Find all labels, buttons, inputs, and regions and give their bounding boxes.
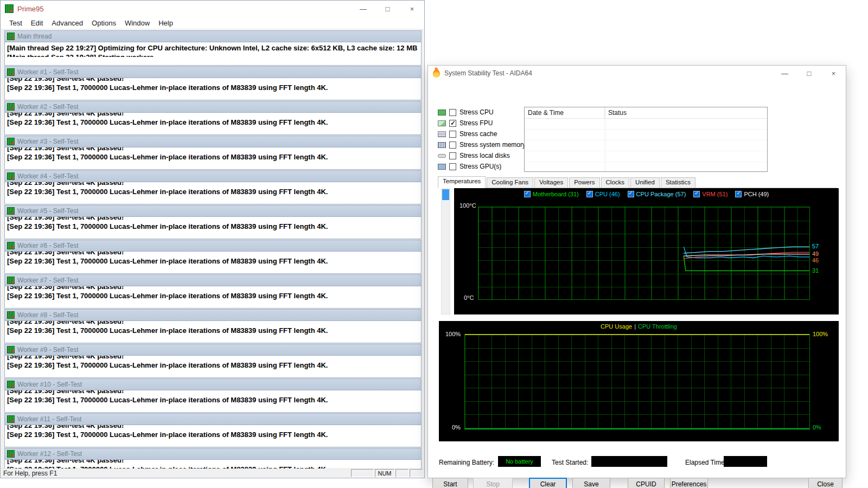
stress-fpu-checkbox[interactable] <box>449 120 456 127</box>
cpu-usage-plot <box>464 334 810 429</box>
column-status[interactable]: Status <box>605 107 767 118</box>
minimize-button[interactable]: — <box>773 66 797 81</box>
worker-log: [Sep 22 19:36] Self-test 4K passed! [Sep… <box>5 459 421 468</box>
remaining-battery-label: Remaining Battery: <box>439 459 494 466</box>
log-line-clipped: [Sep 22 19:36] Self-test 4K passed! <box>7 356 421 361</box>
worker-title: Worker #8 - Self-Test <box>17 311 78 319</box>
status-cell-empty <box>410 469 423 477</box>
worker-titlebar[interactable]: Worker #11 - Self-Test <box>5 414 421 425</box>
log-line-clipped: [Sep 22 19:36] Self-test 4K passed! <box>7 425 421 430</box>
worker-title: Worker #10 - Self-Test <box>17 381 82 388</box>
legend-cpu-package[interactable]: CPU Package (57) <box>628 191 686 197</box>
minimize-button[interactable]: — <box>351 1 375 17</box>
worker-log: [Sep 22 19:36] Self-test 4K passed! [Sep… <box>5 216 421 239</box>
tab-unified[interactable]: Unified <box>630 177 660 188</box>
worker-titlebar[interactable]: Worker #1 - Self-Test <box>5 67 421 78</box>
stress-gpu-row: Stress GPU(s) <box>438 162 501 171</box>
worker-titlebar[interactable]: Worker #7 - Self-Test <box>5 275 421 286</box>
aida64-titlebar[interactable]: System Stability Test - AIDA64 — □ × <box>428 66 846 81</box>
temperature-plot <box>478 207 810 300</box>
event-log-list[interactable]: Date & Time Status <box>524 107 768 172</box>
tab-powers[interactable]: Powers <box>569 177 599 188</box>
prime95-doc-icon <box>7 33 15 40</box>
log-line-clipped: [Sep 22 19:36] Self-test 4K passed! <box>7 113 421 118</box>
prime95-app-icon <box>5 4 14 13</box>
checked-checkbox-icon[interactable] <box>524 191 531 197</box>
legend-vrm[interactable]: VRM (51) <box>693 191 727 197</box>
checked-checkbox-icon[interactable] <box>693 191 700 197</box>
maximize-button[interactable]: □ <box>375 1 400 17</box>
worker-titlebar[interactable]: Worker #2 - Self-Test <box>5 101 421 112</box>
menu-window[interactable]: Window <box>120 19 154 27</box>
main-thread-titlebar[interactable]: Main thread <box>5 31 421 42</box>
cache-icon <box>438 131 446 137</box>
prime95-doc-icon <box>7 346 15 354</box>
preferences-button[interactable]: Preferences <box>670 478 708 488</box>
menu-test[interactable]: Test <box>5 19 27 27</box>
menu-edit[interactable]: Edit <box>27 19 47 27</box>
log-line-clipped: [Sep 22 19:36] Self-test 4K passed! <box>7 147 421 152</box>
checked-checkbox-icon[interactable] <box>586 191 593 197</box>
tab-cooling-fans[interactable]: Cooling Fans <box>487 177 533 188</box>
y-axis-min-label: 0°C <box>464 294 474 301</box>
prime95-titlebar[interactable]: Prime95 — □ × <box>1 1 424 17</box>
legend-motherboard[interactable]: Motherboard (31) <box>524 191 579 197</box>
legend-cpu[interactable]: CPU (46) <box>586 191 620 197</box>
legend-pch[interactable]: PCH (49) <box>735 191 769 197</box>
legend-pch-label: PCH (49) <box>744 191 769 197</box>
worker-window: Worker #9 - Self-Test [Sep 22 19:36] Sel… <box>4 344 422 378</box>
clear-button[interactable]: Clear <box>529 478 567 488</box>
worker-titlebar[interactable]: Worker #9 - Self-Test <box>5 344 421 355</box>
stress-cache-checkbox[interactable] <box>449 131 456 138</box>
close-button[interactable]: × <box>400 1 424 17</box>
column-date-time[interactable]: Date & Time <box>525 107 605 118</box>
prime95-doc-icon <box>7 450 15 458</box>
menu-help[interactable]: Help <box>154 19 177 27</box>
close-button[interactable]: Close <box>808 478 843 488</box>
usage-legend: CPU Usage | CPU Throttling <box>439 323 839 330</box>
menu-advanced[interactable]: Advanced <box>47 19 87 27</box>
stop-button[interactable]: Stop <box>473 478 513 488</box>
stress-memory-row: Stress system memory <box>438 140 526 149</box>
maximize-button[interactable]: □ <box>797 66 821 81</box>
log-line: [Sep 22 19:36] Test 1, 7000000 Lucas-Leh… <box>7 256 421 266</box>
tab-temperatures[interactable]: Temperatures <box>438 176 486 188</box>
stress-gpu-checkbox[interactable] <box>449 163 456 170</box>
worker-titlebar[interactable]: Worker #12 - Self-Test <box>5 448 421 459</box>
worker-log: [Sep 22 19:36] Self-test 4K passed! [Sep… <box>5 320 421 343</box>
worker-titlebar[interactable]: Worker #10 - Self-Test <box>5 379 421 390</box>
checked-checkbox-icon[interactable] <box>735 191 742 197</box>
worker-window: Worker #5 - Self-Test [Sep 22 19:36] Sel… <box>4 205 422 239</box>
worker-title: Worker #7 - Self-Test <box>17 277 78 284</box>
current-value-motherboard: 31 <box>812 267 819 274</box>
stress-memory-checkbox[interactable] <box>449 142 456 149</box>
worker-titlebar[interactable]: Worker #4 - Self-Test <box>5 171 421 182</box>
worker-titlebar[interactable]: Worker #3 - Self-Test <box>5 136 421 147</box>
checked-checkbox-icon[interactable] <box>628 191 634 197</box>
worker-title: Worker #12 - Self-Test <box>17 450 82 458</box>
worker-titlebar[interactable]: Worker #8 - Self-Test <box>5 310 421 320</box>
usage-right-max-label: 100% <box>813 331 828 337</box>
worker-titlebar[interactable]: Worker #6 - Self-Test <box>5 240 421 251</box>
log-line: [Sep 22 19:36] Test 1, 7000000 Lucas-Leh… <box>7 83 421 92</box>
tab-clocks[interactable]: Clocks <box>601 177 630 188</box>
close-button[interactable]: × <box>821 66 846 81</box>
log-line-clipped: [Sep 22 19:36] Self-test 4K passed! <box>7 286 421 291</box>
save-button[interactable]: Save <box>572 478 610 488</box>
log-line-clipped: [Main thread Sep 22 19:28] Starting work… <box>7 53 421 57</box>
stress-disks-checkbox[interactable] <box>449 152 456 159</box>
stress-cpu-checkbox[interactable] <box>449 109 456 116</box>
menu-options[interactable]: Options <box>87 19 120 27</box>
temperature-series-svg <box>478 207 809 299</box>
log-line: [Main thread Sep 22 19:27] Optimizing fo… <box>7 43 421 53</box>
start-button[interactable]: Start <box>432 478 468 488</box>
cpuid-button[interactable]: CPUID <box>628 478 665 488</box>
chart-scrollbar[interactable] <box>441 188 450 314</box>
tab-statistics[interactable]: Statistics <box>661 177 695 188</box>
worker-titlebar[interactable]: Worker #5 - Self-Test <box>5 206 421 216</box>
tab-voltages[interactable]: Voltages <box>534 177 568 188</box>
chart-scrollbar-thumb[interactable] <box>442 189 449 200</box>
aida64-window: System Stability Test - AIDA64 — □ × Str… <box>427 65 846 478</box>
worker-log: [Sep 22 19:36] Self-test 4K passed! [Sep… <box>5 147 421 169</box>
log-row-empty <box>525 119 767 130</box>
